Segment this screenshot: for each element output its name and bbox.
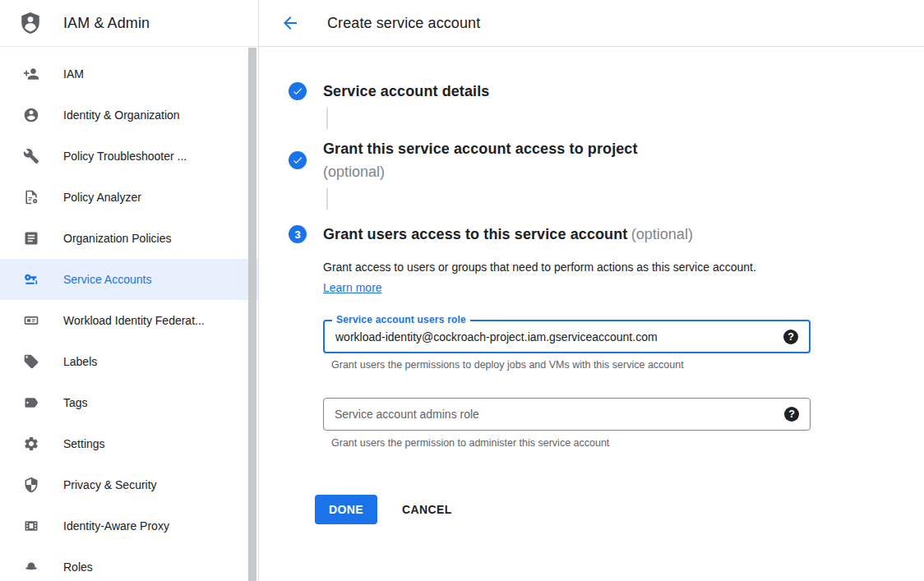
sidebar-item-label: Service Accounts bbox=[63, 273, 151, 286]
wrench-icon bbox=[23, 148, 39, 164]
sidebar-item-label: Policy Troubleshooter ... bbox=[63, 150, 187, 163]
product-title: IAM & Admin bbox=[63, 15, 150, 32]
sidebar-item-service-accounts[interactable]: Service Accounts bbox=[0, 259, 258, 300]
sidebar-item-label: Tags bbox=[63, 396, 88, 409]
step-2-grant-access-to-project[interactable]: Grant this service account access to pro… bbox=[289, 137, 924, 183]
create-service-account-stepper: Service account details Grant this servi… bbox=[259, 80, 924, 524]
step-3-number: 3 bbox=[294, 228, 300, 241]
service-account-users-role-field: Service account users role ? bbox=[323, 320, 811, 353]
badge-card-icon bbox=[23, 312, 39, 329]
sidebar-item-tags[interactable]: Tags bbox=[0, 382, 258, 423]
step-3-title: Grant users access to this service accou… bbox=[323, 226, 627, 242]
users-role-input[interactable] bbox=[325, 321, 783, 352]
shield-half-icon bbox=[23, 477, 39, 493]
hat-icon bbox=[23, 559, 39, 575]
main-panel: Create service account Service account d… bbox=[259, 0, 924, 581]
step-2-optional-label: (optional) bbox=[323, 160, 638, 183]
sidebar-item-label: Settings bbox=[63, 437, 105, 450]
sidebar-item-label: Privacy & Security bbox=[63, 478, 157, 491]
gear-icon bbox=[23, 436, 39, 452]
sidebar-nav: IAM Identity & Organization Policy Troub… bbox=[0, 47, 258, 581]
step-3-description: Grant access to users or groups that nee… bbox=[323, 257, 788, 298]
sidebar-item-label: Identity & Organization bbox=[63, 108, 180, 122]
step-1-title: Service account details bbox=[323, 83, 489, 99]
step-3-number-badge[interactable]: 3 bbox=[289, 225, 307, 243]
step-2-title: Grant this service account access to pro… bbox=[323, 137, 638, 160]
service-account-key-icon bbox=[23, 271, 39, 288]
sidebar-item-label: Organization Policies bbox=[63, 232, 172, 245]
step-3-optional-label: (optional) bbox=[631, 226, 693, 242]
iam-shield-logo-icon bbox=[18, 11, 43, 35]
sidebar-item-label: Workload Identity Federat... bbox=[63, 314, 205, 327]
help-icon[interactable]: ? bbox=[783, 330, 798, 344]
sidebar-item-iam[interactable]: IAM bbox=[0, 53, 258, 95]
sidebar-item-roles[interactable]: Roles bbox=[0, 546, 258, 581]
step-3-description-text: Grant access to users or groups that nee… bbox=[323, 261, 756, 274]
done-button[interactable]: DONE bbox=[315, 495, 377, 524]
sidebar-item-privacy-security[interactable]: Privacy & Security bbox=[0, 464, 258, 505]
sidebar-item-identity-organization[interactable]: Identity & Organization bbox=[0, 95, 258, 136]
admins-role-input[interactable] bbox=[324, 399, 784, 430]
account-circle-icon bbox=[23, 107, 39, 123]
sidebar-item-identity-aware-proxy[interactable]: Identity-Aware Proxy bbox=[0, 505, 258, 546]
sidebar-item-label: Roles bbox=[63, 560, 93, 574]
step-3-body: Grant access to users or groups that nee… bbox=[323, 257, 811, 449]
step-2-completed-check-icon[interactable] bbox=[289, 151, 307, 169]
label-tag-icon bbox=[23, 353, 39, 370]
learn-more-link[interactable]: Learn more bbox=[323, 281, 382, 294]
sidebar-item-label: Labels bbox=[63, 355, 97, 368]
sidebar-item-policy-troubleshooter[interactable]: Policy Troubleshooter ... bbox=[0, 136, 258, 177]
admins-role-helper-text: Grant users the permission to administer… bbox=[331, 437, 811, 449]
policy-analyzer-icon bbox=[23, 189, 39, 205]
stepper-connector bbox=[326, 108, 328, 129]
sidebar-item-label: Policy Analyzer bbox=[63, 191, 141, 204]
users-role-floating-label: Service account users role bbox=[332, 314, 470, 325]
step-1-completed-check-icon[interactable] bbox=[289, 82, 307, 100]
sidebar-header: IAM & Admin bbox=[0, 0, 258, 47]
step-3-actions: DONE CANCEL bbox=[315, 495, 924, 524]
service-account-admins-role-field: ? bbox=[323, 398, 811, 431]
step-1-service-account-details[interactable]: Service account details bbox=[289, 80, 924, 103]
proxy-film-icon bbox=[23, 518, 39, 534]
main-header: Create service account bbox=[259, 0, 924, 47]
sidebar-item-label: IAM bbox=[63, 67, 84, 81]
users-role-helper-text: Grant users the permissions to deploy jo… bbox=[331, 359, 811, 371]
tag-arrow-icon bbox=[23, 394, 39, 411]
stepper-connector bbox=[326, 188, 328, 210]
sidebar-item-policy-analyzer[interactable]: Policy Analyzer bbox=[0, 177, 258, 218]
person-add-icon bbox=[23, 66, 39, 82]
sidebar-scrollbar[interactable] bbox=[248, 48, 256, 581]
page-title: Create service account bbox=[327, 15, 480, 32]
help-icon[interactable]: ? bbox=[784, 407, 799, 422]
sidebar: IAM & Admin IAM Identity & Organization … bbox=[0, 0, 259, 581]
sidebar-item-label: Identity-Aware Proxy bbox=[63, 519, 169, 533]
cancel-button[interactable]: CANCEL bbox=[402, 503, 452, 516]
article-icon bbox=[23, 230, 39, 247]
back-arrow-icon[interactable] bbox=[280, 13, 300, 33]
step-3-grant-users-access[interactable]: 3 Grant users access to this service acc… bbox=[289, 223, 924, 246]
sidebar-item-settings[interactable]: Settings bbox=[0, 423, 258, 464]
sidebar-item-organization-policies[interactable]: Organization Policies bbox=[0, 218, 258, 259]
sidebar-item-labels[interactable]: Labels bbox=[0, 341, 258, 382]
sidebar-item-workload-identity-federation[interactable]: Workload Identity Federat... bbox=[0, 300, 258, 341]
